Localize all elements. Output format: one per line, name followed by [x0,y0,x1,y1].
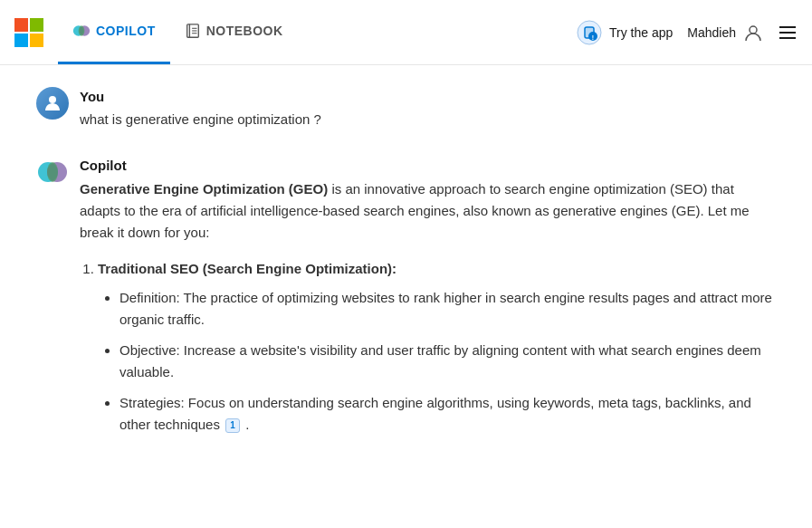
microsoft-logo [14,18,43,47]
try-app-icon: ! [577,20,602,45]
list-item: Traditional SEO (Search Engine Optimizat… [98,258,776,436]
svg-point-6 [79,25,85,36]
notebook-nav-icon [185,23,201,39]
svg-point-24 [47,162,58,182]
tab-notebook-label: NOTEBOOK [206,24,283,38]
user-message-text: what is generative engine optimization ? [80,110,776,130]
sub-list: Definition: The practice of optimizing w… [98,287,776,436]
sub-list-item-text: Strategies: Focus on understanding searc… [119,395,751,432]
copilot-intro: Generative Engine Optimization (GEO) is … [80,178,776,244]
try-app-label: Try the app [609,25,673,40]
header-right: ! Try the app Mahdieh [577,20,798,45]
user-area[interactable]: Mahdieh [687,23,763,43]
svg-rect-1 [30,18,43,32]
user-name: Mahdieh [687,25,736,40]
copilot-message: Copilot Generative Engine Optimization (… [36,156,776,446]
copilot-list: Traditional SEO (Search Engine Optimizat… [80,258,776,436]
copilot-message-body: Copilot Generative Engine Optimization (… [80,156,776,446]
sub-list-item: Objective: Increase a website's visibili… [119,340,776,383]
copilot-sender-label: Copilot [80,158,776,173]
last-punctuation: . [245,417,249,432]
svg-rect-3 [30,34,43,47]
svg-point-21 [49,96,56,103]
chat-content: You what is generative engine optimizati… [0,65,812,528]
list-item-title: Traditional SEO (Search Engine Optimizat… [98,261,396,276]
svg-rect-2 [14,34,28,47]
copilot-response-text: Generative Engine Optimization (GEO) is … [80,178,776,436]
user-message: You what is generative engine optimizati… [36,87,776,130]
user-icon [743,23,763,43]
header: COPILOT NOTEBOOK ! Try the app [0,0,812,65]
user-avatar-icon [42,92,63,114]
svg-point-17 [750,26,757,34]
nav-tabs: COPILOT NOTEBOOK [58,0,298,64]
tab-copilot-label: COPILOT [96,24,156,38]
sub-list-item: Strategies: Focus on understanding searc… [119,392,776,436]
citation-badge-1[interactable]: 1 [225,418,240,433]
user-message-body: You what is generative engine optimizati… [80,87,776,130]
tab-notebook[interactable]: NOTEBOOK [170,0,298,64]
copilot-avatar-icon [36,156,69,188]
copilot-avatar [36,156,69,188]
copilot-intro-bold: Generative Engine Optimization (GEO) [80,181,328,197]
menu-icon[interactable] [778,23,798,43]
svg-rect-0 [14,18,28,32]
user-sender-label: You [80,89,776,104]
svg-text:!: ! [592,34,594,41]
user-avatar [36,87,69,120]
try-app-button[interactable]: ! Try the app [577,20,673,45]
tab-copilot[interactable]: COPILOT [58,0,170,64]
copilot-nav-icon [72,22,91,40]
sub-list-item: Definition: The practice of optimizing w… [119,287,776,331]
